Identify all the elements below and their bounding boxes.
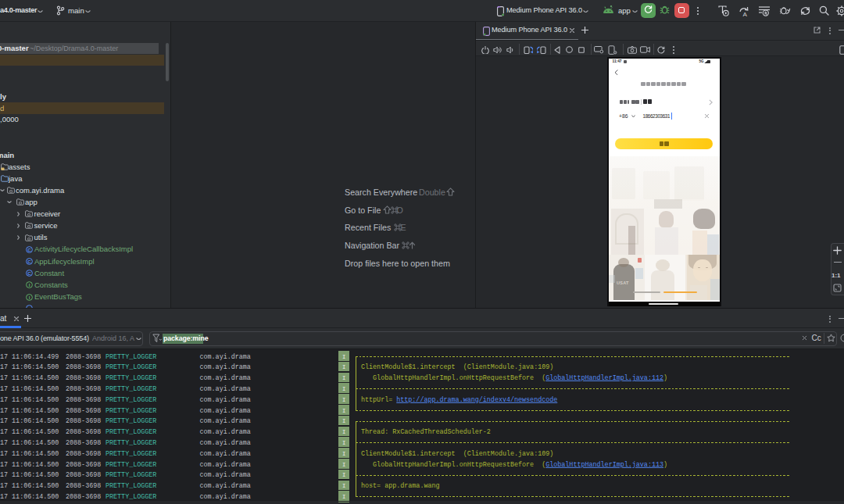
svg-text:I: I: [29, 282, 30, 288]
svg-text:A: A: [743, 11, 748, 17]
svg-text:C: C: [27, 259, 31, 264]
svg-text:I: I: [29, 294, 30, 299]
svg-text:C: C: [27, 247, 31, 252]
svg-text:C: C: [27, 270, 31, 276]
